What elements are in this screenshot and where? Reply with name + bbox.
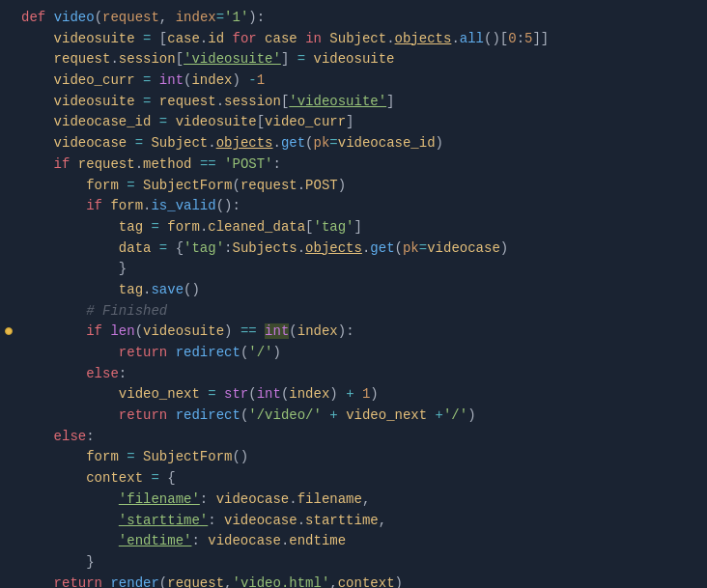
code-line-23: context = { xyxy=(0,468,707,490)
code-text-11: tag = form.cleaned_data['tag'] xyxy=(21,217,695,238)
code-text-12: data = {'tag':Subjects.objects.get(pk=vi… xyxy=(21,238,695,260)
code-line-14: tag.save() xyxy=(0,280,707,301)
code-text-16: if len(videosuite) == int(index): xyxy=(21,322,695,343)
code-text-26: 'endtime': videocase.endtime xyxy=(21,531,695,552)
breakpoint-dot[interactable] xyxy=(5,327,13,335)
code-text-7: videocase = Subject.objects.get(pk=video… xyxy=(21,133,695,154)
code-line-28: return render(request,'video.html',conte… xyxy=(0,574,707,588)
code-text-10: if form.is_valid(): xyxy=(21,196,695,217)
code-line-22: form = SubjectForm() xyxy=(0,447,707,468)
code-line-24: 'filename': videocase.filename, xyxy=(0,490,707,511)
code-line-21: else: xyxy=(0,427,707,448)
code-text-5: videosuite = request.session['videosuite… xyxy=(21,92,695,113)
code-line-26: 'endtime': videocase.endtime xyxy=(0,531,707,552)
code-text-17: return redirect('/') xyxy=(21,343,695,364)
code-text-15: # Finished xyxy=(21,301,695,322)
code-text-1: def video(request, index='1'): xyxy=(21,8,695,29)
code-line-4: video_curr = int(index) -1 xyxy=(0,70,707,92)
code-text-6: videocase_id = videosuite[video_curr] xyxy=(21,112,695,133)
code-line-13: } xyxy=(0,259,707,280)
code-text-24: 'filename': videocase.filename, xyxy=(21,490,695,511)
code-line-16: if len(videosuite) == int(index): xyxy=(0,322,707,343)
code-line-2: videosuite = [case.id for case in Subjec… xyxy=(0,29,707,50)
code-line-27: } xyxy=(0,552,707,574)
code-line-10: if form.is_valid(): xyxy=(0,196,707,217)
code-line-19: video_next = str(int(index) + 1) xyxy=(0,384,707,406)
code-editor: def video(request, index='1'): videosuit… xyxy=(0,0,707,588)
code-text-28: return render(request,'video.html',conte… xyxy=(21,574,695,588)
code-line-9: form = SubjectForm(request.POST) xyxy=(0,176,707,197)
code-text-18: else: xyxy=(21,364,695,385)
code-text-4: video_curr = int(index) -1 xyxy=(21,70,695,92)
code-text-21: else: xyxy=(21,427,695,448)
code-line-15: # Finished xyxy=(0,301,707,322)
code-line-18: else: xyxy=(0,364,707,385)
code-text-9: form = SubjectForm(request.POST) xyxy=(21,176,695,197)
code-text-13: } xyxy=(21,259,695,280)
code-line-25: 'starttime': videocase.starttime, xyxy=(0,511,707,532)
code-text-27: } xyxy=(21,552,695,574)
code-line-20: return redirect('/video/' + video_next +… xyxy=(0,406,707,427)
code-line-12: data = {'tag':Subjects.objects.get(pk=vi… xyxy=(0,238,707,260)
code-text-19: video_next = str(int(index) + 1) xyxy=(21,384,695,406)
code-text-3: request.session['videosuite'] = videosui… xyxy=(21,49,695,70)
code-line-5: videosuite = request.session['videosuite… xyxy=(0,92,707,113)
code-text-20: return redirect('/video/' + video_next +… xyxy=(21,406,695,427)
code-line-1: def video(request, index='1'): xyxy=(0,8,707,29)
code-line-6: videocase_id = videosuite[video_curr] xyxy=(0,112,707,133)
code-line-11: tag = form.cleaned_data['tag'] xyxy=(0,217,707,238)
gutter-16 xyxy=(0,327,17,335)
code-line-7: videocase = Subject.objects.get(pk=video… xyxy=(0,133,707,154)
code-text-8: if request.method == 'POST': xyxy=(21,154,695,176)
code-text-25: 'starttime': videocase.starttime, xyxy=(21,511,695,532)
code-line-3: request.session['videosuite'] = videosui… xyxy=(0,49,707,70)
code-text-14: tag.save() xyxy=(21,280,695,301)
code-line-8: if request.method == 'POST': xyxy=(0,154,707,176)
code-line-17: return redirect('/') xyxy=(0,343,707,364)
code-text-23: context = { xyxy=(21,468,695,490)
code-text-2: videosuite = [case.id for case in Subjec… xyxy=(21,29,695,50)
code-text-22: form = SubjectForm() xyxy=(21,447,695,468)
